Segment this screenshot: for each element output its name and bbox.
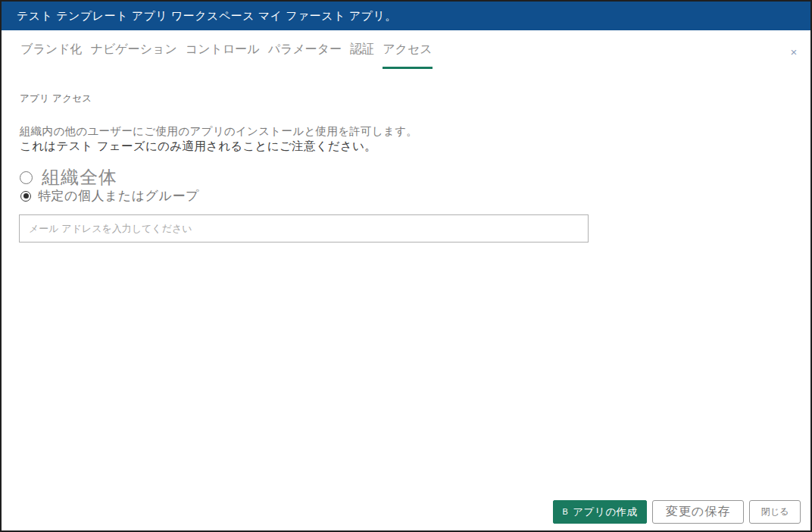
tab-access[interactable]: アクセス	[383, 42, 433, 69]
tab-parameters[interactable]: パラメーター	[268, 42, 342, 69]
create-app-icon: B	[562, 508, 568, 516]
access-description-line1: 組織内の他のユーザーにご使用のアプリのインストールと使用を許可します。	[20, 124, 417, 139]
radio-option-specific-people[interactable]: 特定の個人またはグループ	[20, 187, 199, 205]
email-address-input[interactable]	[19, 214, 589, 243]
access-description-line2: これはテスト フェーズにのみ適用されることにご注意ください。	[20, 139, 376, 155]
dialog-title: テスト テンプレート アプリ ワークスペース マイ ファースト アプリ。	[17, 9, 397, 23]
tab-authentication[interactable]: 認証	[350, 42, 374, 69]
radio-dot	[23, 193, 29, 199]
section-heading: アプリ アクセス	[20, 92, 92, 105]
radio-label-specific-people: 特定の個人またはグループ	[38, 187, 199, 205]
radio-selected-icon[interactable]	[20, 191, 31, 202]
tab-bar: ブランド化 ナビゲーション コントロール パラメーター 認証 アクセス	[20, 42, 433, 69]
close-button[interactable]: 閉じる	[749, 500, 801, 524]
create-app-button[interactable]: B アプリの作成	[553, 500, 647, 524]
radio-option-entire-org[interactable]: 組織全体	[20, 165, 117, 189]
footer-button-bar: B アプリの作成 変更の保存 閉じる	[553, 500, 801, 524]
create-app-label: アプリの作成	[573, 505, 637, 519]
template-app-dialog: テスト テンプレート アプリ ワークスペース マイ ファースト アプリ。 ブラン…	[0, 0, 812, 532]
save-changes-button[interactable]: 変更の保存	[652, 500, 744, 524]
tab-branding[interactable]: ブランド化	[20, 42, 83, 69]
radio-label-entire-org: 組織全体	[42, 165, 117, 189]
radio-unselected-icon[interactable]	[20, 171, 33, 184]
tab-control[interactable]: コントロール	[186, 42, 260, 69]
tab-navigation[interactable]: ナビゲーション	[91, 42, 177, 69]
titlebar: テスト テンプレート アプリ ワークスペース マイ ファースト アプリ。	[2, 2, 810, 30]
close-icon[interactable]: ×	[786, 44, 801, 59]
